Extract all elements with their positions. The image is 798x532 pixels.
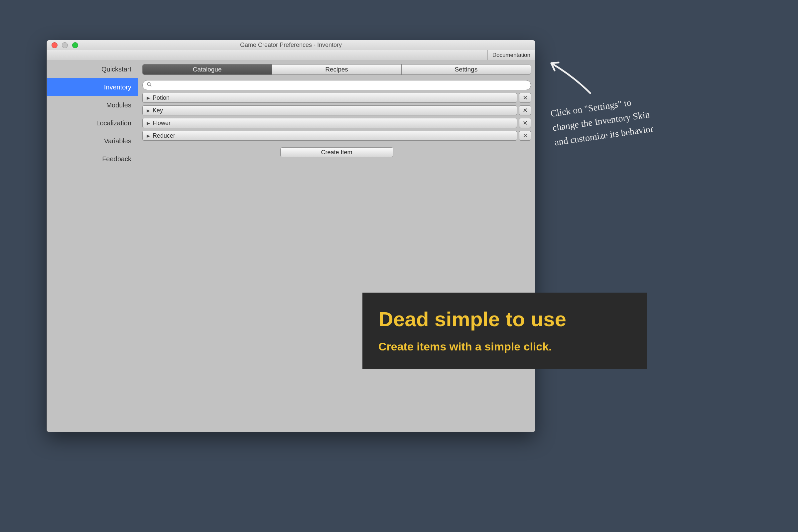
item-label: Flower: [153, 120, 171, 127]
search-input[interactable]: [155, 82, 527, 89]
list-item: ▶Key ✕: [142, 106, 531, 115]
close-icon: ✕: [523, 132, 528, 139]
delete-button[interactable]: ✕: [519, 131, 531, 141]
delete-button[interactable]: ✕: [519, 118, 531, 128]
create-item-button[interactable]: Create Item: [280, 147, 393, 157]
promo-subline: Create items with a simple click.: [378, 340, 631, 353]
close-icon[interactable]: [52, 42, 58, 48]
search-field[interactable]: [142, 80, 531, 90]
item-label: Potion: [153, 94, 170, 101]
toolbar: Documentation: [47, 50, 535, 60]
list-item: ▶Potion ✕: [142, 93, 531, 103]
traffic-lights: [52, 42, 78, 48]
sidebar-item-inventory[interactable]: Inventory: [47, 78, 138, 96]
delete-button[interactable]: ✕: [519, 106, 531, 115]
item-potion[interactable]: ▶Potion: [142, 93, 517, 103]
minimize-icon[interactable]: [62, 42, 68, 48]
sidebar-item-feedback[interactable]: Feedback: [47, 150, 138, 168]
maximize-icon[interactable]: [72, 42, 78, 48]
item-flower[interactable]: ▶Flower: [142, 118, 517, 128]
close-icon: ✕: [523, 119, 528, 127]
chevron-right-icon: ▶: [147, 133, 150, 138]
sidebar-item-quickstart[interactable]: Quickstart: [47, 60, 138, 78]
item-key[interactable]: ▶Key: [142, 106, 517, 115]
promo-box: Dead simple to use Create items with a s…: [362, 292, 647, 369]
documentation-button[interactable]: Documentation: [488, 50, 535, 60]
sidebar-item-modules[interactable]: Modules: [47, 96, 138, 114]
close-icon: ✕: [523, 94, 528, 101]
item-reducer[interactable]: ▶Reducer: [142, 131, 517, 141]
tab-settings[interactable]: Settings: [402, 64, 531, 75]
window-title: Game Creator Preferences - Inventory: [47, 41, 535, 49]
list-item: ▶Flower ✕: [142, 118, 531, 128]
annotation-arrow-icon: [545, 53, 592, 96]
preferences-window: Game Creator Preferences - Inventory Doc…: [46, 40, 535, 432]
tabs: Catalogue Recipes Settings: [142, 64, 531, 75]
tab-recipes[interactable]: Recipes: [272, 64, 401, 75]
item-label: Reducer: [153, 132, 175, 139]
svg-point-0: [147, 82, 150, 86]
search-icon: [147, 82, 152, 89]
chevron-right-icon: ▶: [147, 108, 150, 113]
tab-catalogue[interactable]: Catalogue: [142, 64, 272, 75]
promo-headline: Dead simple to use: [378, 307, 631, 331]
svg-line-1: [150, 85, 151, 87]
sidebar-item-variables[interactable]: Variables: [47, 132, 138, 150]
sidebar-item-localization[interactable]: Localization: [47, 114, 138, 132]
chevron-right-icon: ▶: [147, 121, 150, 126]
callout-text: Click on "Settings" to change the Invent…: [550, 87, 697, 150]
chevron-right-icon: ▶: [147, 95, 150, 100]
close-icon: ✕: [523, 107, 528, 114]
delete-button[interactable]: ✕: [519, 93, 531, 103]
sidebar: Quickstart Inventory Modules Localizatio…: [47, 60, 138, 432]
item-label: Key: [153, 107, 163, 114]
titlebar: Game Creator Preferences - Inventory: [47, 40, 535, 50]
list-item: ▶Reducer ✕: [142, 131, 531, 141]
main-panel: Catalogue Recipes Settings ▶Potion ✕ ▶Ke…: [138, 60, 535, 432]
